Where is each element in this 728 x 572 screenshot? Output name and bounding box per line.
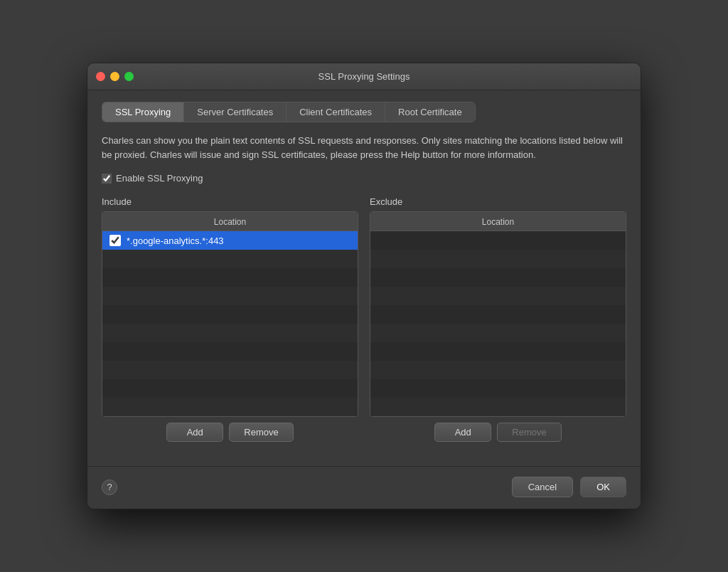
dialog-buttons: Cancel OK [512, 477, 626, 497]
empty-row [102, 361, 358, 379]
empty-row [370, 324, 626, 342]
empty-row [370, 250, 626, 268]
empty-row [102, 398, 358, 416]
tab-root-certificate[interactable]: Root Certificate [385, 102, 475, 122]
empty-row [370, 398, 626, 416]
close-button[interactable] [96, 72, 105, 81]
empty-row [102, 305, 358, 324]
exclude-buttons: Add Remove [370, 423, 626, 442]
tab-server-certificates[interactable]: Server Certificates [184, 102, 287, 122]
empty-row [370, 379, 626, 398]
empty-row [370, 342, 626, 361]
tables-area: Include Location *.google-analytics.*:44… [102, 196, 626, 442]
empty-row [102, 342, 358, 361]
empty-row [102, 379, 358, 398]
include-remove-button[interactable]: Remove [229, 423, 293, 442]
exclude-table-body[interactable] [370, 231, 626, 416]
include-table: Location *.google-analytics.*:443 [102, 211, 358, 417]
tab-ssl-proxying[interactable]: SSL Proxying [102, 102, 184, 122]
exclude-location-header: Location [482, 217, 514, 227]
exclude-section: Exclude Location [370, 196, 626, 442]
row-value: *.google-analytics.*:443 [127, 235, 224, 246]
window-title: SSL Proxying Settings [318, 71, 410, 82]
cancel-button[interactable]: Cancel [512, 477, 573, 497]
include-table-body[interactable]: *.google-analytics.*:443 [102, 231, 358, 416]
minimize-button[interactable] [110, 72, 119, 81]
tab-bar: SSL Proxying Server Certificates Client … [102, 102, 476, 122]
empty-row [370, 287, 626, 305]
content-area: SSL Proxying Server Certificates Client … [87, 90, 641, 466]
include-add-button[interactable]: Add [166, 423, 223, 442]
description-text: Charles can show you the plain text cont… [102, 134, 626, 161]
include-label: Include [102, 196, 358, 207]
bottom-bar: ? Cancel OK [87, 466, 641, 509]
empty-row [370, 268, 626, 287]
exclude-label: Exclude [370, 196, 626, 207]
empty-row [102, 250, 358, 268]
include-location-header: Location [214, 217, 246, 227]
include-table-header: Location [102, 212, 358, 231]
empty-row [102, 268, 358, 287]
exclude-table-header: Location [370, 212, 626, 231]
empty-row [102, 287, 358, 305]
help-button[interactable]: ? [102, 480, 117, 495]
main-window: SSL Proxying Settings SSL Proxying Serve… [87, 63, 641, 509]
enable-ssl-label[interactable]: Enable SSL Proxying [116, 173, 203, 184]
titlebar: SSL Proxying Settings [87, 63, 641, 90]
tab-client-certificates[interactable]: Client Certificates [287, 102, 385, 122]
window-controls [96, 72, 134, 81]
ok-button[interactable]: OK [580, 477, 626, 497]
empty-row [370, 231, 626, 250]
exclude-remove-button[interactable]: Remove [497, 423, 561, 442]
include-buttons: Add Remove [102, 423, 358, 442]
include-section: Include Location *.google-analytics.*:44… [102, 196, 358, 442]
row-checkbox[interactable] [109, 235, 121, 246]
empty-row [370, 305, 626, 324]
exclude-add-button[interactable]: Add [434, 423, 491, 442]
enable-ssl-row: Enable SSL Proxying [102, 173, 626, 184]
exclude-table: Location [370, 211, 626, 417]
enable-ssl-checkbox[interactable] [102, 174, 112, 184]
empty-row [102, 324, 358, 342]
maximize-button[interactable] [124, 72, 134, 81]
empty-row [370, 361, 626, 379]
table-row[interactable]: *.google-analytics.*:443 [102, 231, 358, 250]
